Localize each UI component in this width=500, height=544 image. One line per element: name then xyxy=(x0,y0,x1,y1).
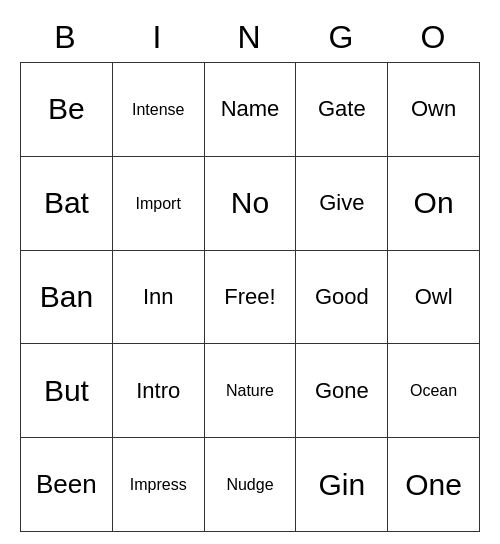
cell-r0-c0: Be xyxy=(21,63,113,157)
cell-r3-c3: Gone xyxy=(296,344,388,438)
cell-text-r2-c1: Inn xyxy=(143,284,174,310)
cell-r4-c1: Impress xyxy=(113,438,205,532)
cell-text-r2-c2: Free! xyxy=(224,284,275,310)
cell-r0-c3: Gate xyxy=(296,63,388,157)
header-letter-i: I xyxy=(112,12,204,62)
bingo-card: BINGO BeIntenseNameGateOwnBatImportNoGiv… xyxy=(20,12,480,532)
cell-text-r3-c4: Ocean xyxy=(410,381,457,400)
cell-text-r1-c3: Give xyxy=(319,190,364,216)
cell-text-r2-c3: Good xyxy=(315,284,369,310)
cell-r1-c3: Give xyxy=(296,157,388,251)
cell-r3-c0: But xyxy=(21,344,113,438)
cell-r3-c2: Nature xyxy=(205,344,297,438)
cell-text-r4-c4: One xyxy=(405,467,462,503)
cell-text-r1-c0: Bat xyxy=(44,185,89,221)
cell-text-r1-c4: On xyxy=(414,185,454,221)
cell-r4-c4: One xyxy=(388,438,480,532)
cell-text-r0-c4: Own xyxy=(411,96,456,122)
cell-text-r1-c2: No xyxy=(231,185,269,221)
cell-r4-c2: Nudge xyxy=(205,438,297,532)
cell-r2-c1: Inn xyxy=(113,251,205,345)
header-letter-b: B xyxy=(20,12,112,62)
cell-text-r3-c1: Intro xyxy=(136,378,180,404)
cell-r0-c1: Intense xyxy=(113,63,205,157)
cell-text-r2-c4: Owl xyxy=(415,284,453,310)
cell-text-r4-c2: Nudge xyxy=(226,475,273,494)
cell-text-r3-c0: But xyxy=(44,373,89,409)
cell-r1-c1: Import xyxy=(113,157,205,251)
cell-text-r0-c3: Gate xyxy=(318,96,366,122)
cell-text-r3-c2: Nature xyxy=(226,381,274,400)
cell-text-r1-c1: Import xyxy=(136,194,181,213)
cell-text-r0-c2: Name xyxy=(221,96,280,122)
cell-r2-c0: Ban xyxy=(21,251,113,345)
cell-r1-c4: On xyxy=(388,157,480,251)
cell-r1-c0: Bat xyxy=(21,157,113,251)
cell-text-r0-c0: Be xyxy=(48,91,85,127)
cell-r0-c2: Name xyxy=(205,63,297,157)
cell-r4-c0: Been xyxy=(21,438,113,532)
cell-r0-c4: Own xyxy=(388,63,480,157)
cell-text-r4-c3: Gin xyxy=(318,467,365,503)
cell-text-r2-c0: Ban xyxy=(40,279,93,315)
cell-text-r4-c1: Impress xyxy=(130,475,187,494)
cell-text-r0-c1: Intense xyxy=(132,100,184,119)
cell-r3-c1: Intro xyxy=(113,344,205,438)
cell-r2-c3: Good xyxy=(296,251,388,345)
header-letter-g: G xyxy=(296,12,388,62)
cell-r3-c4: Ocean xyxy=(388,344,480,438)
cell-r4-c3: Gin xyxy=(296,438,388,532)
cell-r1-c2: No xyxy=(205,157,297,251)
cell-r2-c4: Owl xyxy=(388,251,480,345)
header-letter-n: N xyxy=(204,12,296,62)
bingo-grid: BeIntenseNameGateOwnBatImportNoGiveOnBan… xyxy=(20,62,480,532)
cell-text-r3-c3: Gone xyxy=(315,378,369,404)
cell-r2-c2: Free! xyxy=(205,251,297,345)
cell-text-r4-c0: Been xyxy=(36,469,97,500)
bingo-header: BINGO xyxy=(20,12,480,62)
header-letter-o: O xyxy=(388,12,480,62)
